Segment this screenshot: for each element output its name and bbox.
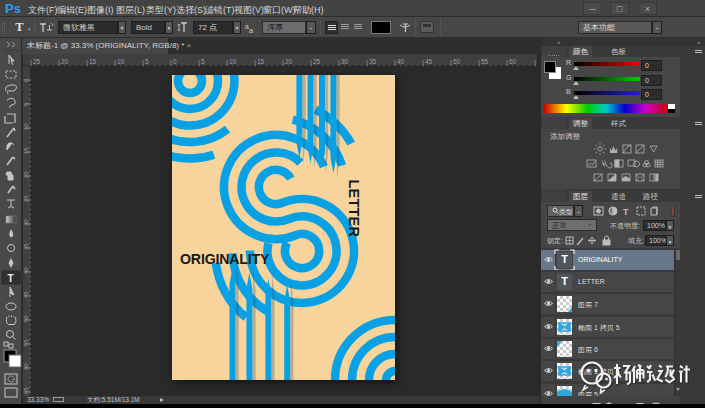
svg-text:15: 15 — [89, 58, 97, 65]
svg-text:45: 45 — [23, 291, 29, 298]
svg-text:65: 65 — [23, 387, 29, 394]
svg-text:25: 25 — [33, 58, 41, 65]
svg-text:LETTER: LETTER — [346, 180, 362, 238]
svg-text:20: 20 — [23, 171, 29, 178]
svg-text:55: 55 — [481, 58, 489, 65]
svg-text:5: 5 — [23, 102, 29, 106]
svg-text:25: 25 — [23, 195, 29, 202]
svg-text:50: 50 — [23, 315, 29, 322]
svg-text:30: 30 — [341, 58, 349, 65]
svg-text:ORIGINALITY: ORIGINALITY — [180, 251, 270, 267]
svg-text:40: 40 — [23, 267, 29, 274]
svg-text:15: 15 — [257, 58, 265, 65]
svg-text:60: 60 — [509, 58, 517, 65]
svg-text:30: 30 — [23, 219, 29, 226]
svg-text:5: 5 — [201, 58, 205, 65]
svg-text:5: 5 — [145, 58, 149, 65]
svg-text:55: 55 — [23, 339, 29, 346]
svg-text:25: 25 — [313, 58, 321, 65]
svg-text:40: 40 — [397, 58, 405, 65]
svg-text:20: 20 — [61, 58, 69, 65]
svg-text:50: 50 — [453, 58, 461, 65]
svg-text:20: 20 — [285, 58, 293, 65]
svg-text:T: T — [623, 207, 629, 217]
svg-text:10: 10 — [229, 58, 237, 65]
svg-text:35: 35 — [369, 58, 377, 65]
svg-text:10: 10 — [117, 58, 125, 65]
svg-text:0: 0 — [173, 58, 177, 65]
svg-text:45: 45 — [425, 58, 433, 65]
svg-text:0: 0 — [23, 78, 29, 82]
svg-text:35: 35 — [23, 243, 29, 250]
svg-text:15: 15 — [23, 147, 29, 154]
svg-text:60: 60 — [23, 363, 29, 370]
svg-text:10: 10 — [23, 123, 29, 130]
svg-text:T: T — [8, 273, 14, 284]
